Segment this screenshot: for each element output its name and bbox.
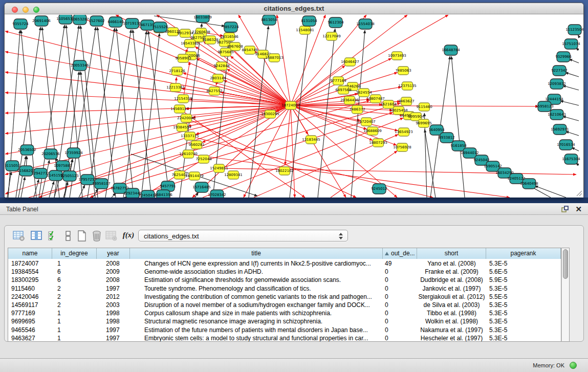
table-cell[interactable]: 2008 [106,259,129,268]
table-cell[interactable]: 1 [57,259,96,268]
black-edge[interactable] [141,33,160,198]
table-row[interactable]: 1938455462009Genome-wide association stu… [8,268,561,276]
graph-node[interactable]: 9777169 [330,77,346,85]
graph-node[interactable]: 15958123 [535,101,554,112]
graph-node[interactable]: 15716485 [192,182,211,192]
black-edge[interactable] [105,30,131,198]
table-cell[interactable]: 19384554 [11,268,51,276]
graph-node[interactable]: 8933812 [439,133,454,143]
graph-node[interactable]: 8131054 [301,16,317,26]
table-cell[interactable]: Wolkin et al. (1998) [417,317,486,325]
black-edge[interactable] [569,59,579,63]
network-canvas[interactable]: 1872400718300295796382289601288912934222… [5,15,583,198]
table-cell[interactable]: 18300295 [11,276,51,284]
table-cell[interactable]: 5.3E-5 [489,309,560,317]
table-cell[interactable]: Nakamura et al. (1997) [417,326,486,334]
graph-node[interactable]: 9612304 [328,17,344,28]
table-cell[interactable]: 5.9E-5 [489,276,560,284]
function-builder-button[interactable]: f(x) [120,231,137,245]
graph-node[interactable]: 14569117 [170,105,189,113]
delete-table-button[interactable] [90,229,104,243]
black-edge[interactable] [565,73,579,77]
graph-node[interactable]: 7486372 [349,105,365,114]
graph-node[interactable]: 7485063 [395,67,411,75]
red-edge[interactable] [291,105,393,110]
table-cell[interactable]: 1 [57,317,96,325]
table-cell[interactable]: 49 [385,259,416,268]
red-edge[interactable] [5,72,291,105]
graph-node[interactable]: 20691406 [32,16,51,26]
graph-node[interactable]: 13337175 [181,132,199,140]
table-cell[interactable]: 1 [57,309,96,317]
table-cell[interactable]: Jankovic et al. (1997) [417,285,486,293]
close-panel-icon[interactable]: ✕ [575,205,582,214]
black-edge[interactable] [112,193,116,198]
graph-node[interactable]: 7515526 [152,22,168,32]
table-cell[interactable]: Yano et al. (2008) [417,259,486,268]
citation-network-graph[interactable]: 1872400718300295796382289601288912934222… [5,15,583,198]
table-cell[interactable]: 9115460 [11,285,51,293]
black-edge[interactable] [148,31,169,198]
column-header-name[interactable]: name [8,248,52,259]
table-cell[interactable]: Genome-wide association studies in ADHD. [144,268,382,276]
table-cell[interactable]: 5.3E-5 [489,301,560,309]
table-cell[interactable]: 0 [385,301,416,309]
graph-node[interactable]: 8813054 [261,15,277,25]
column-header-pagerank[interactable]: pagerank [486,248,561,259]
scrollbar-thumb[interactable] [563,249,568,279]
black-edge[interactable] [63,182,68,198]
table-row[interactable]: 911546021997Tourette syndrome. Phenomeno… [8,285,561,293]
network-window-titlebar[interactable]: citations_edges.txt [5,3,583,14]
graph-node[interactable]: 16033809 [193,15,212,23]
graph-node[interactable]: 9463627 [398,97,414,105]
graph-node[interactable]: 10756928 [393,143,411,151]
table-cell[interactable]: 5.3E-5 [489,259,560,268]
graph-node[interactable]: 11123504 [565,25,583,35]
graph-node[interactable]: 8427552 [206,87,222,95]
graph-node[interactable]: 20536502 [18,145,36,155]
red-edge[interactable] [186,118,356,198]
table-cell[interactable]: 1 [57,326,96,334]
table-cell[interactable]: 2 [57,285,96,293]
red-edge[interactable] [219,168,576,174]
table-cell[interactable]: 2009 [106,268,129,276]
red-edge[interactable] [230,56,291,105]
table-cell[interactable]: 0 [385,317,416,325]
black-edge[interactable] [97,27,116,198]
graph-node[interactable]: 15692971 [551,124,569,135]
table-cell[interactable]: 0 [385,276,416,284]
graph-node[interactable]: 16958107 [92,179,111,189]
table-cell[interactable]: Dudbridge et al. (2008) [417,276,486,284]
red-edge[interactable] [195,105,291,135]
graph-node[interactable]: 3824554 [356,89,372,97]
table-row[interactable]: 1872400712008Changes of HCN gene express… [8,259,561,268]
graph-node[interactable]: 16648784 [442,45,460,55]
black-edge[interactable] [133,30,151,198]
graph-node[interactable]: 10640498 [520,179,538,189]
graph-node[interactable]: 11675304 [562,154,580,164]
table-cell[interactable]: 1997 [106,326,129,334]
node-table[interactable]: namein_degreeyeartitleout_de...shortpage… [8,248,561,342]
graph-node[interactable]: 10975887 [54,161,72,171]
table-cell[interactable]: 0 [385,293,416,301]
table-cell[interactable]: 5.3E-5 [489,285,560,293]
table-cell[interactable]: 6 [57,268,96,276]
graph-node[interactable]: 12154319 [174,95,192,103]
table-cell[interactable]: Tourette syndrome. Phenomenology and cla… [144,285,382,293]
table-cell[interactable]: 0 [385,309,416,317]
table-cell[interactable]: 9463627 [11,334,51,342]
graph-node[interactable]: 11548081 [296,26,314,34]
table-cell[interactable]: 2008 [106,276,129,284]
table-cell[interactable]: 14569117 [11,301,51,309]
column-header-short[interactable]: short [417,248,486,259]
graph-node[interactable]: 9227342 [551,65,567,76]
red-edge[interactable] [291,105,398,130]
graph-node[interactable]: 20053346 [71,60,89,71]
graph-node[interactable]: 16046427 [341,58,359,66]
graph-node[interactable]: 12375135 [398,82,417,90]
graph-node[interactable]: 6466140 [107,17,123,27]
graph-node[interactable]: 10653287 [71,15,89,25]
graph-node[interactable]: 17028342 [208,190,226,198]
graph-node[interactable]: 12093832 [548,79,566,89]
table-cell[interactable]: 5.3E-5 [489,317,560,325]
